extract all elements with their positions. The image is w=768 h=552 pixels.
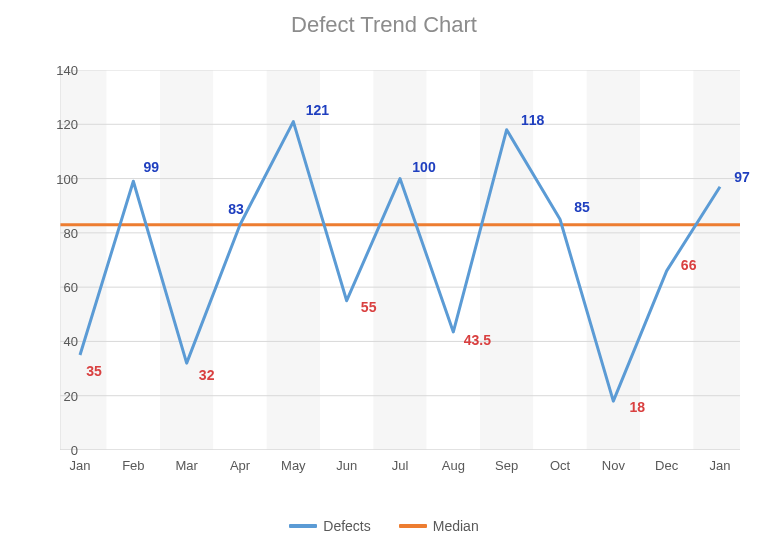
y-tick-label: 120 (38, 117, 78, 132)
data-label: 100 (412, 159, 435, 175)
data-label: 118 (521, 112, 544, 128)
legend-label-defects: Defects (323, 518, 370, 534)
data-label: 99 (144, 159, 160, 175)
svg-rect-10 (587, 70, 640, 450)
y-tick-label: 60 (38, 280, 78, 295)
svg-rect-12 (693, 70, 740, 450)
data-label: 97 (734, 169, 750, 185)
x-tick-label: Oct (550, 458, 570, 473)
x-tick-label: Jan (70, 458, 91, 473)
legend-item-defects: Defects (289, 518, 370, 534)
x-tick-label: Jun (336, 458, 357, 473)
x-tick-label: Jan (710, 458, 731, 473)
legend-swatch-median (399, 524, 427, 528)
chart-container: Defect Trend Chart Defects Median 020406… (0, 0, 768, 552)
data-label: 18 (630, 399, 646, 415)
x-tick-label: May (281, 458, 306, 473)
legend-swatch-defects (289, 524, 317, 528)
x-tick-label: Feb (122, 458, 144, 473)
legend-label-median: Median (433, 518, 479, 534)
x-tick-label: Mar (175, 458, 197, 473)
x-tick-label: Dec (655, 458, 678, 473)
svg-rect-4 (267, 70, 320, 450)
x-tick-label: Aug (442, 458, 465, 473)
y-tick-label: 100 (38, 171, 78, 186)
data-label: 55 (361, 299, 377, 315)
data-label: 32 (199, 367, 215, 383)
x-tick-label: Apr (230, 458, 250, 473)
data-label: 66 (681, 257, 697, 273)
data-label: 85 (574, 199, 590, 215)
legend-item-median: Median (399, 518, 479, 534)
svg-rect-6 (373, 70, 426, 450)
data-label: 121 (306, 102, 329, 118)
x-tick-label: Nov (602, 458, 625, 473)
data-label: 83 (228, 201, 244, 217)
svg-rect-2 (160, 70, 213, 450)
svg-rect-1 (107, 70, 160, 450)
y-tick-label: 80 (38, 225, 78, 240)
x-tick-label: Sep (495, 458, 518, 473)
x-tick-label: Jul (392, 458, 409, 473)
y-tick-label: 140 (38, 63, 78, 78)
svg-rect-3 (213, 70, 266, 450)
y-tick-label: 40 (38, 334, 78, 349)
legend: Defects Median (0, 518, 768, 534)
chart-title: Defect Trend Chart (0, 12, 768, 38)
chart-plot (60, 70, 740, 450)
y-tick-label: 0 (38, 443, 78, 458)
data-label: 43.5 (464, 332, 491, 348)
y-tick-label: 20 (38, 388, 78, 403)
data-label: 35 (86, 363, 102, 379)
